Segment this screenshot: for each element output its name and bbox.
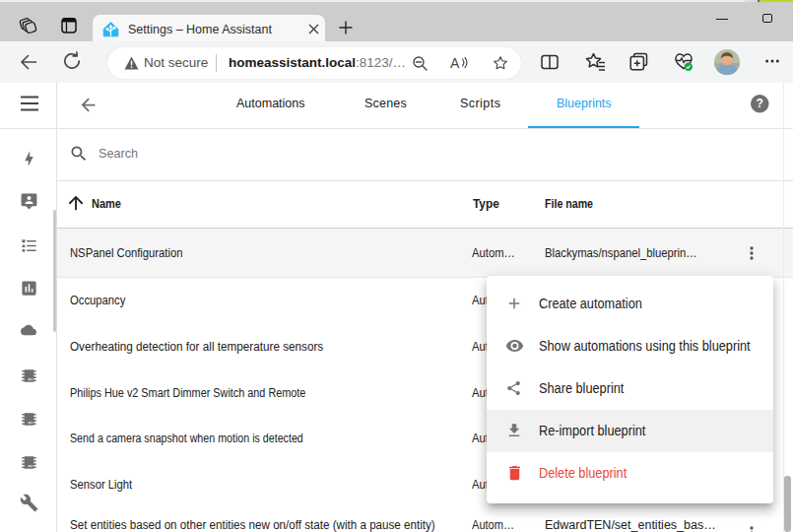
svg-text:A: A (450, 55, 460, 71)
svg-text:?: ? (757, 97, 763, 110)
